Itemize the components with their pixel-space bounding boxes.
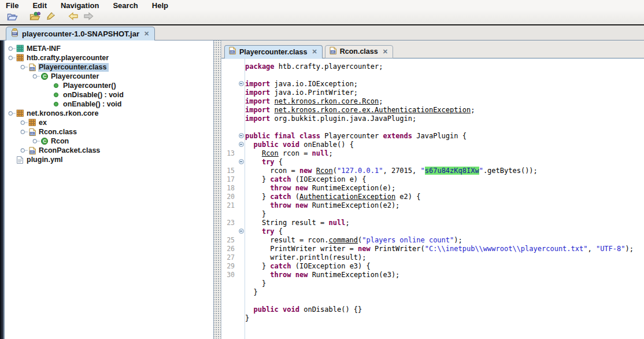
fold-collapse-icon[interactable] [237, 133, 245, 138]
tree-item[interactable]: CRcon [5, 137, 213, 146]
expand-handle-icon[interactable] [8, 110, 16, 116]
method-dot-icon [53, 91, 62, 98]
back-button[interactable] [66, 11, 81, 24]
tree-item[interactable]: META-INF [5, 44, 213, 53]
code-text: import net.kronos.rkon.core.Rcon; [245, 97, 644, 105]
line-number: 21 [221, 201, 237, 209]
code-line: } [221, 209, 644, 218]
tree-item[interactable]: ex [5, 118, 213, 127]
tree-item[interactable]: net.kronos.rkon.core [5, 109, 213, 118]
expand-handle-icon[interactable] [32, 73, 40, 79]
expand-handle-icon[interactable] [20, 129, 28, 135]
code-line: package htb.crafty.playercounter; [221, 62, 644, 71]
minus-circle-icon [239, 142, 244, 147]
jar-tab[interactable]: 010 playercounter-1.0-SNAPSHOT.jar ✕ [6, 27, 155, 40]
minus-circle-icon [239, 159, 244, 164]
fold-collapse-icon[interactable] [237, 81, 245, 86]
code-text: rcon = new Rcon("127.0.0.1", 27015, "s67… [245, 167, 644, 175]
code-line: try { [221, 157, 644, 166]
expand-handle-icon[interactable] [20, 64, 28, 70]
minus-circle-icon [239, 81, 244, 86]
code-text: throw new RuntimeException(e); [245, 184, 644, 192]
tree-item[interactable]: 010RconPacket.class [5, 146, 213, 155]
close-icon[interactable]: ✕ [312, 49, 317, 55]
code-text: Rcon rcon = null; [245, 149, 644, 157]
gutter-separator [245, 58, 245, 339]
class-file-icon: 010 [28, 146, 38, 155]
tree-item-label: onEnable() : void [62, 100, 124, 109]
tree-item[interactable]: Playercounter() [5, 81, 213, 90]
tree-item[interactable]: plugin.yml [5, 155, 213, 164]
tree-item-label: ex [38, 119, 49, 127]
toolbar [0, 10, 644, 25]
fold-collapse-icon[interactable] [237, 159, 245, 164]
open-file-button[interactable] [5, 11, 20, 24]
expand-handle-icon[interactable] [20, 148, 28, 153]
package-orange-icon [16, 54, 26, 62]
code-line [221, 123, 644, 131]
menu-item-file[interactable]: File [6, 1, 18, 10]
open-type-button[interactable] [28, 11, 43, 24]
code-line: public final class Playercounter extends… [221, 131, 644, 140]
package-tree-panel[interactable]: META-INFhtb.crafty.playercounter010Playe… [5, 40, 214, 339]
code-text: String result = null; [245, 219, 644, 227]
code-line: try { [221, 227, 644, 235]
code-text: public final class Playercounter extends… [245, 132, 644, 140]
package-orange-icon [16, 109, 26, 117]
fold-collapse-icon[interactable] [237, 142, 245, 147]
code-text: package htb.crafty.playercounter; [245, 62, 644, 71]
class-file-icon: 010 [228, 46, 236, 57]
code-line: 15 rcon = new Rcon("127.0.0.1", 27015, "… [221, 166, 644, 175]
code-text: } [245, 314, 644, 322]
code-text: import java.io.IOException; [245, 80, 644, 88]
editor-tab-label: Rcon.class [340, 47, 378, 56]
tree-item-label: RconPacket.class [38, 146, 102, 155]
code-line [221, 71, 644, 79]
code-editor[interactable]: package htb.crafty.playercounter;import … [221, 58, 644, 339]
svg-text:010: 010 [31, 67, 35, 70]
expand-handle-icon[interactable] [8, 55, 16, 61]
menu-item-edit[interactable]: Edit [32, 1, 47, 10]
tree-item[interactable]: onDisable() : void [5, 90, 213, 100]
code-text: throw new RuntimeException(e3); [245, 271, 644, 279]
code-text: try { [245, 227, 644, 235]
tree-item[interactable]: 010Rcon.class [5, 127, 213, 137]
menu-item-search[interactable]: Search [113, 1, 138, 10]
panel-splitter[interactable] [214, 40, 221, 339]
tree-item[interactable]: onEnable() : void [5, 100, 213, 109]
tab-playercounter-class[interactable]: 010 Playercounter.class ✕ [224, 45, 323, 58]
forward-button[interactable] [81, 11, 96, 24]
tree-item[interactable]: htb.crafty.playercounter [5, 53, 213, 62]
code-text: writer.println(result); [245, 253, 644, 261]
code-line: 29 } catch (IOException e3) { [221, 261, 644, 270]
expand-handle-icon[interactable] [20, 120, 28, 126]
code-line: 13 Rcon rcon = null; [221, 149, 644, 157]
menu-item-navigation[interactable]: Navigation [61, 1, 99, 10]
tab-rcon-class[interactable]: 010 Rcon.class ✕ [325, 45, 393, 58]
method-dot-icon [53, 82, 62, 89]
editor-tab-strip: 010 Playercounter.class ✕ 010 Rcon.class… [221, 40, 644, 58]
search-button[interactable] [43, 11, 58, 24]
menu-item-help[interactable]: Help [152, 1, 168, 10]
editor-tab-label: Playercounter.class [239, 48, 307, 56]
jar-icon: 010 [10, 28, 19, 39]
code-text: try { [245, 158, 644, 166]
class-green-icon: C [40, 72, 50, 80]
svg-text:010: 010 [231, 50, 235, 53]
tree-item[interactable]: CPlayercounter [5, 72, 213, 81]
code-text: } catch (IOException e) { [245, 175, 644, 183]
expand-handle-icon[interactable] [32, 138, 40, 144]
code-line [221, 296, 644, 305]
close-icon[interactable]: ✕ [144, 31, 149, 37]
expand-handle-icon[interactable] [8, 46, 16, 51]
package-teal-icon [16, 45, 26, 53]
tree-item-label: Playercounter [50, 72, 101, 81]
package-orange-icon [28, 119, 38, 127]
svg-text:010: 010 [31, 150, 35, 153]
code-text: result = rcon.command("players online co… [245, 236, 644, 244]
code-line: public void onEnable() { [221, 140, 644, 149]
close-icon[interactable]: ✕ [383, 49, 388, 55]
code-line: 21 throw new RuntimeException(e2); [221, 201, 644, 209]
tree-item[interactable]: 010Playercounter.class [5, 62, 213, 72]
fold-collapse-icon[interactable] [237, 229, 245, 234]
